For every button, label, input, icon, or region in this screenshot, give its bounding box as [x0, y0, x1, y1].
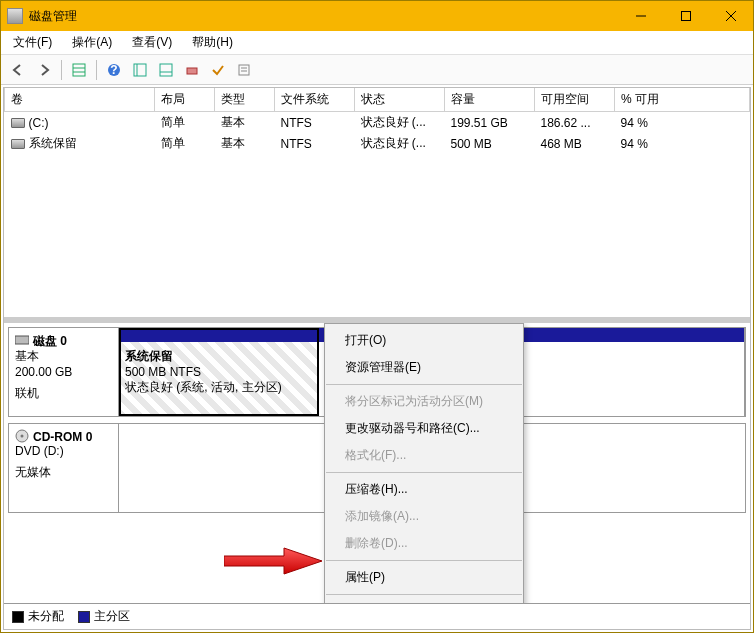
- disk-header[interactable]: CD-ROM 0DVD (D:)无媒体: [9, 424, 119, 512]
- back-button[interactable]: [7, 59, 29, 81]
- legend-primary: 主分区: [78, 608, 130, 625]
- volume-table-area[interactable]: 卷 布局 类型 文件系统 状态 容量 可用空间 % 可用 (C:)简单基本NTF…: [4, 88, 750, 323]
- window-title: 磁盘管理: [29, 8, 77, 25]
- ctx-explorer[interactable]: 资源管理器(E): [325, 354, 523, 381]
- legend: 未分配 主分区: [4, 603, 750, 629]
- content: 卷 布局 类型 文件系统 状态 容量 可用空间 % 可用 (C:)简单基本NTF…: [3, 87, 751, 630]
- ctx-mark-active: 将分区标记为活动分区(M): [325, 388, 523, 415]
- close-button[interactable]: [708, 1, 753, 31]
- ctx-delete: 删除卷(D)...: [325, 530, 523, 557]
- ctx-change-letter[interactable]: 更改驱动器号和路径(C)...: [325, 415, 523, 442]
- app-icon: [7, 8, 23, 24]
- th-capacity[interactable]: 容量: [445, 88, 535, 112]
- toolbar: ?: [1, 55, 753, 85]
- legend-unallocated: 未分配: [12, 608, 64, 625]
- settings-icon[interactable]: [129, 59, 151, 81]
- svg-rect-9: [134, 64, 146, 76]
- th-volume[interactable]: 卷: [5, 88, 155, 112]
- menu-action[interactable]: 操作(A): [66, 32, 118, 53]
- th-fs[interactable]: 文件系统: [275, 88, 355, 112]
- th-status[interactable]: 状态: [355, 88, 445, 112]
- volume-icon: [11, 139, 25, 149]
- svg-rect-14: [239, 65, 249, 75]
- svg-rect-11: [160, 64, 172, 76]
- svg-marker-20: [224, 548, 322, 574]
- volume-table: 卷 布局 类型 文件系统 状态 容量 可用空间 % 可用 (C:)简单基本NTF…: [4, 88, 750, 154]
- th-type[interactable]: 类型: [215, 88, 275, 112]
- action-icon[interactable]: [181, 59, 203, 81]
- arrow-annotation-icon: [224, 546, 324, 576]
- maximize-button[interactable]: [663, 1, 708, 31]
- minimize-button[interactable]: [618, 1, 663, 31]
- titlebar[interactable]: 磁盘管理: [1, 1, 753, 31]
- th-layout[interactable]: 布局: [155, 88, 215, 112]
- disk-icon: [15, 429, 29, 446]
- th-pct[interactable]: % 可用: [615, 88, 750, 112]
- menubar: 文件(F) 操作(A) 查看(V) 帮助(H): [1, 31, 753, 55]
- window: 磁盘管理 文件(F) 操作(A) 查看(V) 帮助(H) ? 卷 布局 类型: [0, 0, 754, 633]
- ctx-help[interactable]: 帮助(H): [325, 598, 523, 603]
- bottom-pane-icon[interactable]: [155, 59, 177, 81]
- ctx-format: 格式化(F)...: [325, 442, 523, 469]
- disk-graphic-area[interactable]: 磁盘 0基本200.00 GB联机系统保留500 MB NTFS状态良好 (系统…: [4, 323, 750, 603]
- table-row[interactable]: (C:)简单基本NTFS状态良好 (...199.51 GB186.62 ...…: [5, 112, 750, 134]
- partition[interactable]: 系统保留500 MB NTFS状态良好 (系统, 活动, 主分区): [119, 328, 319, 416]
- menu-file[interactable]: 文件(F): [7, 32, 58, 53]
- view-list-button[interactable]: [68, 59, 90, 81]
- table-row[interactable]: 系统保留简单基本NTFS状态良好 (...500 MB468 MB94 %: [5, 133, 750, 154]
- ctx-properties[interactable]: 属性(P): [325, 564, 523, 591]
- menu-help[interactable]: 帮助(H): [186, 32, 239, 53]
- svg-point-19: [21, 434, 24, 437]
- ctx-shrink[interactable]: 压缩卷(H)...: [325, 476, 523, 503]
- th-free[interactable]: 可用空间: [535, 88, 615, 112]
- volume-icon: [11, 118, 25, 128]
- svg-rect-1: [681, 12, 690, 21]
- disk-icon: [15, 334, 29, 349]
- context-menu: 打开(O) 资源管理器(E) 将分区标记为活动分区(M) 更改驱动器号和路径(C…: [324, 323, 524, 603]
- ctx-open[interactable]: 打开(O): [325, 327, 523, 354]
- disk-header[interactable]: 磁盘 0基本200.00 GB联机: [9, 328, 119, 416]
- list-props-icon[interactable]: [233, 59, 255, 81]
- menu-view[interactable]: 查看(V): [126, 32, 178, 53]
- forward-button[interactable]: [33, 59, 55, 81]
- svg-rect-13: [187, 68, 197, 74]
- svg-rect-4: [73, 64, 85, 76]
- check-icon[interactable]: [207, 59, 229, 81]
- help-icon[interactable]: ?: [103, 59, 125, 81]
- ctx-add-mirror: 添加镜像(A)...: [325, 503, 523, 530]
- svg-text:?: ?: [110, 63, 117, 77]
- svg-rect-17: [15, 336, 29, 344]
